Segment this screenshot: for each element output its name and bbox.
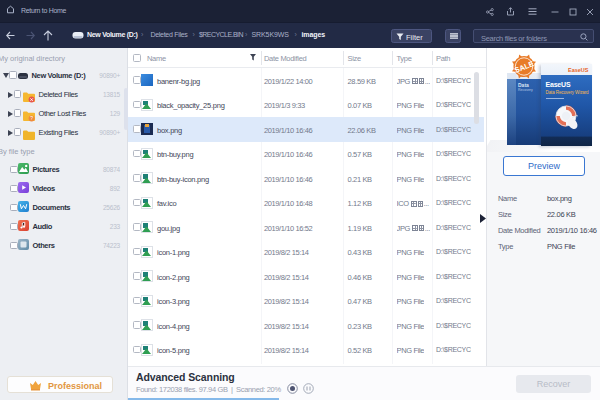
svg-text:?: ?	[30, 115, 33, 121]
